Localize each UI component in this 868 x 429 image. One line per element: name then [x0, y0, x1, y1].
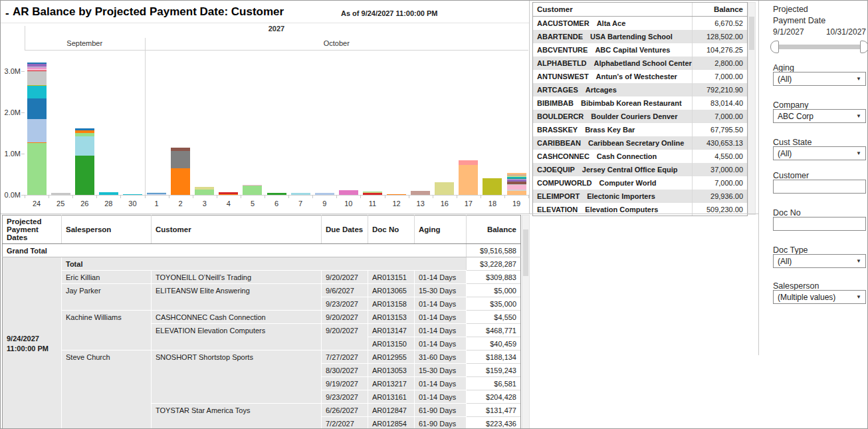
due-date-cell[interactable]: 9/23/2027: [322, 390, 368, 404]
bar-day-24[interactable]: [27, 63, 47, 195]
customer-row[interactable]: AACUSTOMER Alta Ace6,670.52: [533, 17, 748, 30]
bar-segment[interactable]: [507, 185, 526, 190]
bar-day-2[interactable]: [171, 148, 190, 195]
customer-row[interactable]: ABARTENDE USA Bartending School128,502.0…: [533, 30, 748, 43]
salesperson-cell[interactable]: [62, 297, 152, 311]
aging-cell[interactable]: 01-14 Days: [415, 390, 467, 404]
detail-column-header[interactable]: Aging: [415, 215, 467, 244]
detail-row[interactable]: Eric KillianTOYONEILL O’Neill’s Trading9…: [3, 271, 521, 284]
customer-cell[interactable]: CASHCONNEC Cash Connection: [152, 311, 322, 324]
bar-day-11[interactable]: [363, 192, 382, 195]
detail-column-header[interactable]: Due Dates: [322, 215, 368, 244]
bar-segment[interactable]: [339, 190, 358, 195]
aging-cell[interactable]: 15-30 Days: [415, 364, 467, 377]
date-slider-track[interactable]: [774, 45, 865, 49]
bar-segment[interactable]: [315, 193, 334, 195]
doc-no-cell[interactable]: AR013151: [368, 271, 415, 284]
customer-row[interactable]: BOULDERCR Boulder Couriers Denver7,000.0…: [533, 110, 748, 123]
bar-segment[interactable]: [75, 156, 94, 195]
bar-segment[interactable]: [411, 191, 430, 195]
bar-segment[interactable]: [99, 192, 118, 195]
aging-cell[interactable]: 31-60 Days: [415, 351, 467, 364]
customer-balance-cell[interactable]: 7,000.00: [693, 110, 748, 123]
due-date-cell[interactable]: 9/6/2027: [322, 284, 368, 297]
bar-day-26[interactable]: [75, 128, 94, 195]
bar-day-9[interactable]: [315, 193, 334, 195]
customer-cell[interactable]: TOYSTAR Star America Toys: [152, 404, 322, 417]
customer-balance-cell[interactable]: 792,210.90: [693, 83, 748, 96]
bar-segment[interactable]: [123, 194, 142, 195]
detail-row[interactable]: ELEVATION Elevation Computers9/20/2027AR…: [3, 324, 521, 337]
doc-no-cell[interactable]: AR013217: [368, 377, 415, 390]
customer-row[interactable]: ELEIMPORT Electonic Importers29,936.00: [533, 190, 748, 203]
customer-cell[interactable]: [152, 417, 322, 429]
customer-cell[interactable]: ALPHABETLD Alphabetland School Center: [533, 57, 693, 70]
customer-cell[interactable]: CJOEQUIP Jersey Central Office Equip: [533, 163, 693, 176]
bar-segment[interactable]: [27, 98, 47, 119]
customer-balance-cell[interactable]: 4,550.00: [693, 150, 748, 163]
detail-row[interactable]: TOYSTAR Star America Toys6/26/2027AR0128…: [3, 404, 521, 417]
aging-select[interactable]: (All) ▼: [773, 72, 866, 86]
salesperson-cell[interactable]: [62, 404, 152, 417]
aging-cell[interactable]: 01-14 Days: [415, 271, 467, 284]
detail-row[interactable]: Steve ChurchSNOSHORT Shortstop Sports7/2…: [3, 351, 521, 364]
due-date-cell[interactable]: 8/30/2027: [322, 364, 368, 377]
bar-segment[interactable]: [171, 168, 190, 195]
due-date-cell[interactable]: 7/2/2027: [322, 417, 368, 429]
customer-cell[interactable]: CARIBBEAN Caribbean Secretary Online: [533, 136, 693, 150]
salesperson-cell[interactable]: [62, 390, 152, 404]
customer-cell[interactable]: ABARTENDE USA Bartending School: [533, 30, 693, 43]
bar-day-25[interactable]: [51, 193, 70, 195]
balance-cell[interactable]: $131,477: [467, 404, 521, 417]
due-date-cell[interactable]: 9/20/2027: [322, 271, 368, 284]
bar-segment[interactable]: [387, 194, 406, 195]
customer-balance-cell[interactable]: 7,000.00: [693, 70, 748, 83]
aging-cell[interactable]: 61-90 Days: [415, 417, 467, 429]
detail-row[interactable]: 8/30/2027AR01305315-30 Days$159,243: [3, 364, 521, 377]
customer-cell[interactable]: COMPUWORLD Computer World: [533, 176, 693, 190]
customer-cell[interactable]: ABCVENTURE ABC Capital Ventures: [533, 43, 693, 57]
balance-cell[interactable]: $4,550: [467, 311, 521, 324]
customer-cell[interactable]: ARTCAGES Artcages: [533, 83, 693, 96]
customer-row[interactable]: ALPHABETLD Alphabetland School Center2,8…: [533, 57, 748, 70]
balance-cell[interactable]: $309,883: [467, 271, 521, 284]
bar-segment[interactable]: [291, 193, 310, 195]
group-total-row[interactable]: 9/24/202711:00:00 PMTotal$3,228,287: [3, 257, 521, 271]
bar-segment[interactable]: [267, 193, 286, 195]
customer-row[interactable]: CARIBBEAN Caribbean Secretary Online430,…: [533, 136, 748, 150]
customer-cell[interactable]: [152, 297, 322, 311]
salesperson-cell[interactable]: [62, 377, 152, 390]
doc-no-cell[interactable]: AR013150: [368, 337, 415, 351]
bar-day-3[interactable]: [195, 187, 214, 195]
detail-row[interactable]: 9/19/2027AR01321701-14 Days$6,581: [3, 377, 521, 390]
date-slider-handle-right[interactable]: [860, 41, 868, 53]
customer-cell[interactable]: BRASSKEY Brass Key Bar: [533, 123, 693, 136]
salesperson-cell[interactable]: Steve Church: [62, 351, 152, 364]
customer-balance-cell[interactable]: 104,276.25: [693, 43, 748, 57]
bar-segment[interactable]: [507, 191, 526, 195]
bar-segment[interactable]: [459, 165, 478, 195]
customer-cell[interactable]: SNOSHORT Shortstop Sports: [152, 351, 322, 364]
customer-cell[interactable]: TOYONEILL O’Neill’s Trading: [152, 271, 322, 284]
aging-cell[interactable]: 01-14 Days: [415, 297, 467, 311]
detail-column-header[interactable]: Salesperson: [62, 215, 152, 244]
bar-segment[interactable]: [483, 178, 502, 195]
due-date-cell[interactable]: 9/19/2027: [322, 377, 368, 390]
doc-no-cell[interactable]: AR013161: [368, 390, 415, 404]
balance-cell[interactable]: $223,436: [467, 417, 521, 429]
detail-column-header[interactable]: Customer: [152, 215, 322, 244]
salesperson-cell[interactable]: [62, 364, 152, 377]
bar-segment[interactable]: [147, 194, 166, 195]
customer-input[interactable]: [773, 180, 866, 194]
due-date-cell[interactable]: 9/23/2027: [322, 297, 368, 311]
bar-segment[interactable]: [195, 190, 214, 195]
bar-day-28[interactable]: [99, 192, 118, 195]
salesperson-cell[interactable]: Eric Killian: [62, 271, 152, 284]
bar-day-5[interactable]: [243, 185, 262, 195]
grand-total-row[interactable]: Grand Total$9,516,588: [3, 244, 521, 257]
salesperson-cell[interactable]: [62, 417, 152, 429]
due-date-cell[interactable]: 7/27/2027: [322, 351, 368, 364]
due-date-cell[interactable]: 9/20/2027: [322, 324, 368, 337]
customer-balance-cell[interactable]: 2,800.00: [693, 57, 748, 70]
salesperson-select[interactable]: (Multiple values) ▼: [773, 290, 866, 304]
